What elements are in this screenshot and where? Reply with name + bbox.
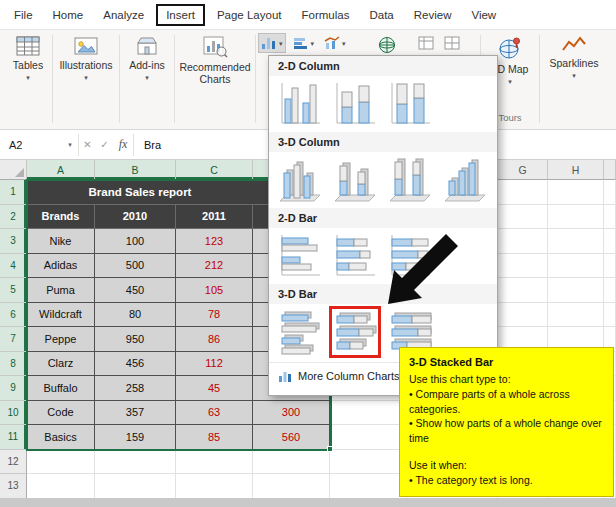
cell-2010[interactable]: 258 <box>95 376 176 401</box>
cell-empty[interactable] <box>548 278 604 303</box>
cell-empty[interactable] <box>498 278 548 303</box>
cell-empty[interactable] <box>95 474 176 499</box>
row-header[interactable]: 7 <box>0 327 27 352</box>
column-header-a[interactable]: A <box>27 160 95 180</box>
add-ins-button[interactable]: Add-ins ▾ <box>120 30 174 126</box>
cell-header-2010[interactable]: 2010 <box>95 205 176 230</box>
row-header[interactable]: 1 <box>0 180 27 205</box>
cell-brand[interactable]: Peppe <box>27 327 95 352</box>
cell-brand[interactable]: Buffalo <box>27 376 95 401</box>
cell-brand[interactable]: Wildcraft <box>27 303 95 328</box>
cell-2010[interactable]: 80 <box>95 303 176 328</box>
illustrations-button[interactable]: Illustrations ▾ <box>53 30 119 126</box>
cell-2010[interactable]: 450 <box>95 278 176 303</box>
cell-2011[interactable]: 123 <box>176 229 253 254</box>
tab-review[interactable]: Review <box>404 4 462 26</box>
row-header[interactable]: 13 <box>0 474 27 499</box>
cell-2011[interactable]: 85 <box>176 425 253 450</box>
thumb-clustered-bar[interactable] <box>277 233 323 279</box>
cell-empty[interactable] <box>548 303 604 328</box>
insert-hierarchy-chart-button[interactable]: ▾ <box>290 33 318 53</box>
thumb-3d-stacked-bar-highlighted[interactable] <box>332 309 378 355</box>
row-header[interactable]: 4 <box>0 254 27 279</box>
enter-icon[interactable]: ✓ <box>96 139 113 150</box>
insert-column-chart-button[interactable]: ▾ <box>258 33 286 53</box>
select-all-corner[interactable] <box>0 160 27 180</box>
tab-page-layout[interactable]: Page Layout <box>207 4 292 26</box>
cell-empty[interactable] <box>176 474 253 499</box>
cell-empty[interactable] <box>253 450 330 475</box>
thumb-3d-clustered-bar[interactable] <box>277 309 323 355</box>
thumb-3d-column[interactable] <box>442 157 488 203</box>
cell-2011[interactable]: 212 <box>176 254 253 279</box>
cell-brand[interactable]: Puma <box>27 278 95 303</box>
thumb-stacked-bar[interactable] <box>332 233 378 279</box>
tab-file[interactable]: File <box>4 4 43 26</box>
tab-formulas[interactable]: Formulas <box>292 4 360 26</box>
cell-empty[interactable] <box>176 450 253 475</box>
cell-empty[interactable] <box>498 229 548 254</box>
thumb-3d-clustered-column[interactable] <box>277 157 323 203</box>
cell-2011[interactable]: 86 <box>176 327 253 352</box>
pivotchart-button[interactable] <box>415 33 437 53</box>
name-box[interactable]: A2 <box>0 130 62 159</box>
tables-button[interactable]: Tables ▾ <box>4 30 52 126</box>
column-header-c[interactable]: C <box>176 160 253 180</box>
row-header[interactable]: 3 <box>0 229 27 254</box>
thumb-stacked-column[interactable] <box>332 81 378 127</box>
row-header[interactable]: 2 <box>0 205 27 230</box>
row-header[interactable]: 5 <box>0 278 27 303</box>
row-header[interactable]: 11 <box>0 425 27 450</box>
cell-2011[interactable]: 45 <box>176 376 253 401</box>
cell-2011[interactable]: 105 <box>176 278 253 303</box>
sparklines-button[interactable]: Sparklines ▾ <box>540 30 608 126</box>
cell-empty[interactable] <box>330 474 407 499</box>
cell-brand[interactable]: Clarz <box>27 352 95 377</box>
cell-empty[interactable] <box>548 180 604 205</box>
cell-empty[interactable] <box>498 254 548 279</box>
cell-2010[interactable]: 950 <box>95 327 176 352</box>
cell-2011[interactable]: 112 <box>176 352 253 377</box>
tab-insert[interactable]: Insert <box>156 4 205 26</box>
cell-empty[interactable] <box>548 205 604 230</box>
cell-2011[interactable]: 78 <box>176 303 253 328</box>
cell-2010[interactable]: 159 <box>95 425 176 450</box>
thumb-100-stacked-bar[interactable] <box>387 233 433 279</box>
cell-brand[interactable]: Basics <box>27 425 95 450</box>
cell-2010[interactable]: 357 <box>95 401 176 426</box>
fill-handle[interactable] <box>327 446 333 452</box>
cell-empty[interactable] <box>27 450 95 475</box>
insert-combo-chart-button[interactable]: ▾ <box>321 33 349 53</box>
cell-extra[interactable]: 300 <box>253 401 330 426</box>
row-header[interactable]: 12 <box>0 450 27 475</box>
formula-bar-value[interactable]: Bra <box>144 139 161 151</box>
tab-home[interactable]: Home <box>43 4 94 26</box>
cell-extra[interactable]: 560 <box>253 425 330 450</box>
cell-header-brands[interactable]: Brands <box>27 205 95 230</box>
cell-brand[interactable]: Code <box>27 401 95 426</box>
cell-empty[interactable] <box>27 474 95 499</box>
cell-empty[interactable] <box>498 180 548 205</box>
row-header[interactable]: 6 <box>0 303 27 328</box>
insert-function-icon[interactable]: fx <box>113 137 133 152</box>
row-header[interactable]: 10 <box>0 401 27 426</box>
cell-2010[interactable]: 500 <box>95 254 176 279</box>
cell-2010[interactable]: 100 <box>95 229 176 254</box>
cell-empty[interactable] <box>95 450 176 475</box>
maps-button[interactable] <box>375 33 399 57</box>
cell-empty[interactable] <box>330 450 407 475</box>
tab-data[interactable]: Data <box>359 4 403 26</box>
cell-empty[interactable] <box>498 303 548 328</box>
tab-view[interactable]: View <box>461 4 506 26</box>
thumb-100-stacked-column[interactable] <box>387 81 433 127</box>
cell-empty[interactable] <box>498 205 548 230</box>
row-header[interactable]: 9 <box>0 376 27 401</box>
thumb-clustered-column[interactable] <box>277 81 323 127</box>
column-header-g[interactable]: G <box>498 160 548 180</box>
cancel-icon[interactable]: ✕ <box>79 139 96 150</box>
cell-empty[interactable] <box>330 401 407 426</box>
cell-empty[interactable] <box>253 474 330 499</box>
cell-header-2011[interactable]: 2011 <box>176 205 253 230</box>
cell-brand[interactable]: Nike <box>27 229 95 254</box>
cell-empty[interactable] <box>548 229 604 254</box>
